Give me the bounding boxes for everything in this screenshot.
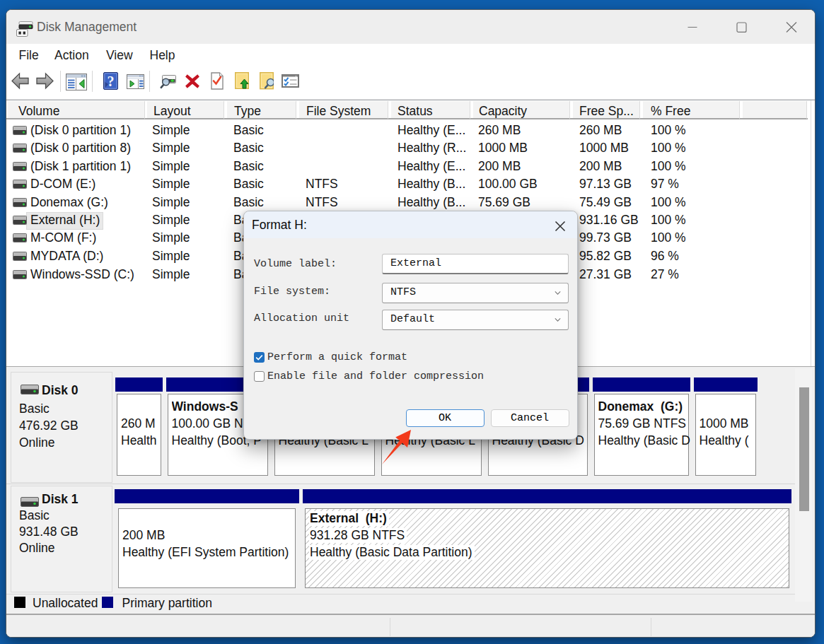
svg-text:?: ? (108, 74, 115, 89)
